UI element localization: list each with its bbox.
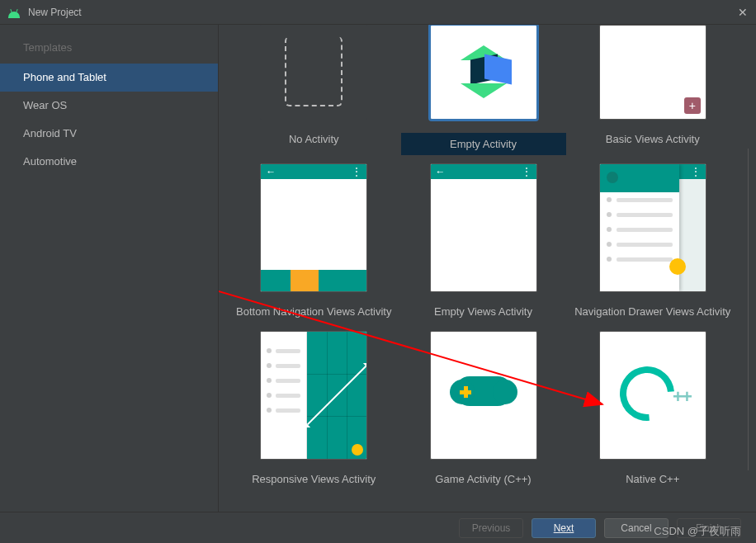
thumbnail: ←⋮ bbox=[430, 163, 537, 292]
template-label: Responsive Views Activity bbox=[252, 473, 376, 490]
sidebar-item-wear-os[interactable]: Wear OS bbox=[0, 92, 218, 120]
previous-button[interactable]: Previous bbox=[459, 518, 523, 538]
plus-badge-icon: + bbox=[684, 97, 701, 114]
sidebar-heading: Templates bbox=[0, 25, 218, 64]
detail-pane-icon bbox=[307, 332, 366, 459]
window-title: New Project bbox=[28, 7, 738, 18]
template-no-activity[interactable]: No Activity bbox=[235, 25, 393, 155]
template-responsive[interactable]: Responsive Views Activity bbox=[235, 331, 393, 490]
template-empty-activity[interactable]: Empty Activity bbox=[401, 25, 566, 155]
template-game-cpp[interactable]: Game Activity (C++) bbox=[401, 331, 566, 490]
sidebar: Templates Phone and Tablet Wear OS Andro… bbox=[0, 25, 219, 512]
thumbnail: ←⋮ bbox=[260, 163, 367, 292]
thumbnail bbox=[430, 331, 537, 460]
thumbnail bbox=[430, 25, 537, 120]
dashed-box-icon bbox=[285, 36, 343, 106]
main-area: Templates Phone and Tablet Wear OS Andro… bbox=[0, 25, 756, 512]
template-label: Game Activity (C++) bbox=[435, 473, 531, 490]
template-nav-drawer[interactable]: ⋮ Navigation Drawer Views Activity bbox=[574, 163, 732, 323]
drawer-icon bbox=[600, 164, 679, 291]
scrollbar[interactable] bbox=[748, 149, 751, 470]
sidebar-item-android-tv[interactable]: Android TV bbox=[0, 120, 218, 148]
list-pane-icon bbox=[261, 332, 307, 459]
close-icon[interactable]: ✕ bbox=[738, 6, 748, 19]
gamepad-icon bbox=[455, 376, 513, 411]
android-logo-icon bbox=[8, 7, 20, 18]
footer: Previous Next Cancel Finish bbox=[0, 512, 756, 543]
thumbnail: ++ bbox=[599, 331, 706, 460]
thumbnail: ⋮ bbox=[599, 163, 706, 292]
cpp-icon: ++ bbox=[620, 361, 686, 427]
template-gallery: No Activity Empty Activity + Basic Views… bbox=[219, 25, 756, 512]
template-empty-views[interactable]: ←⋮ Empty Views Activity bbox=[401, 163, 566, 323]
template-label: Empty Activity bbox=[401, 133, 566, 155]
compose-logo-icon bbox=[461, 45, 507, 92]
template-label: Navigation Drawer Views Activity bbox=[574, 305, 730, 323]
titlebar: New Project ✕ bbox=[0, 0, 756, 25]
fab-icon bbox=[669, 258, 686, 275]
template-label: Basic Views Activity bbox=[606, 133, 700, 150]
next-button[interactable]: Next bbox=[532, 518, 596, 538]
template-label: Empty Views Activity bbox=[434, 305, 532, 323]
sidebar-item-phone-tablet[interactable]: Phone and Tablet bbox=[0, 64, 218, 92]
template-label: Bottom Navigation Views Activity bbox=[236, 305, 391, 323]
template-native-cpp[interactable]: ++ Native C++ bbox=[574, 331, 732, 490]
bottombar-icon bbox=[261, 270, 366, 291]
thumbnail bbox=[260, 25, 367, 120]
thumbnail bbox=[260, 331, 367, 460]
template-basic-views[interactable]: + Basic Views Activity bbox=[574, 25, 732, 155]
template-label: Native C++ bbox=[626, 473, 679, 490]
appbar-icon: ←⋮ bbox=[431, 164, 536, 179]
sidebar-item-automotive[interactable]: Automotive bbox=[0, 148, 218, 176]
finish-button[interactable]: Finish bbox=[677, 518, 741, 538]
cancel-button[interactable]: Cancel bbox=[604, 518, 669, 538]
thumbnail: + bbox=[599, 25, 706, 120]
template-bottom-nav[interactable]: ←⋮ Bottom Navigation Views Activity bbox=[235, 163, 393, 323]
template-label: No Activity bbox=[289, 133, 339, 150]
appbar-icon: ←⋮ bbox=[261, 164, 366, 179]
